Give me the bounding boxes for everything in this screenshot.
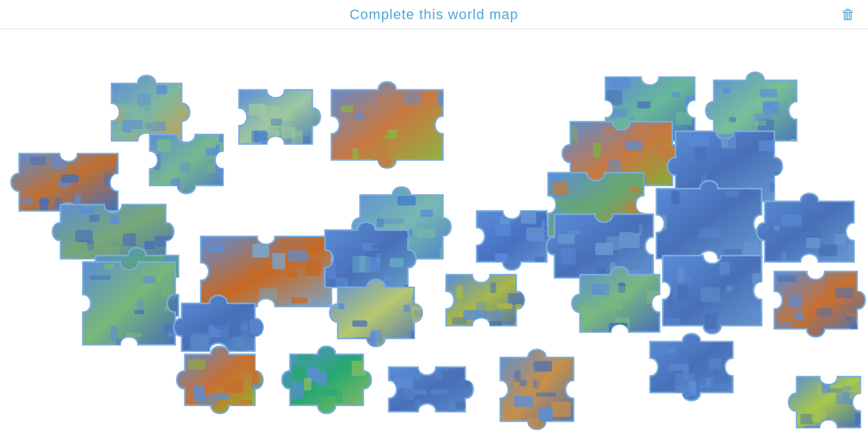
puzzle-piece-30[interactable] [765,263,866,338]
svg-rect-27 [353,108,372,113]
svg-rect-307 [774,225,779,230]
puzzle-piece-18[interactable] [380,358,474,421]
svg-rect-240 [790,139,802,150]
svg-rect-326 [614,286,634,301]
svg-rect-70 [110,215,119,224]
svg-rect-200 [336,391,342,403]
svg-rect-354 [776,321,795,327]
svg-rect-114 [389,258,403,268]
svg-rect-351 [794,312,804,320]
svg-rect-195 [346,355,356,361]
svg-rect-45 [157,140,171,152]
svg-rect-186 [252,370,258,384]
svg-rect-365 [665,348,676,354]
svg-rect-107 [291,298,308,303]
svg-rect-244 [723,87,730,94]
svg-rect-182 [188,359,206,370]
svg-rect-355 [835,288,853,298]
svg-rect-306 [782,215,802,227]
svg-rect-1 [117,133,131,137]
svg-rect-271 [688,135,709,146]
svg-rect-106 [287,271,299,277]
puzzle-piece-17[interactable] [281,345,372,414]
svg-rect-113 [376,253,381,262]
svg-rect-245 [760,89,778,97]
svg-rect-142 [143,276,156,283]
svg-rect-224 [506,421,519,430]
svg-rect-308 [849,226,862,231]
svg-rect-99 [210,246,223,252]
svg-rect-194 [293,365,308,380]
svg-rect-191 [194,385,205,401]
svg-rect-260 [572,125,578,141]
puzzle-piece-29[interactable] [654,247,770,335]
svg-rect-35 [379,98,389,103]
puzzle-piece-32[interactable] [788,368,868,437]
svg-rect-66 [74,242,87,253]
svg-rect-211 [431,389,449,394]
svg-rect-226 [539,407,553,421]
svg-rect-303 [819,245,837,256]
svg-rect-258 [593,143,601,158]
svg-rect-285 [630,187,639,192]
svg-rect-170 [497,303,512,309]
header: Complete this world map 🗑 [0,0,868,29]
svg-rect-299 [670,194,680,202]
svg-rect-119 [372,244,381,249]
trash-icon[interactable]: 🗑 [841,6,855,23]
svg-rect-209 [442,370,457,386]
svg-rect-33 [438,92,452,106]
puzzle-piece-19[interactable] [491,349,582,430]
svg-rect-175 [490,282,496,293]
svg-rect-316 [561,249,576,265]
svg-rect-216 [551,401,571,417]
svg-rect-54 [20,198,33,205]
page-title: Complete this world map [349,6,518,23]
puzzle-piece-16[interactable] [176,345,264,414]
svg-rect-197 [292,382,303,399]
svg-rect-366 [714,367,730,384]
svg-rect-349 [817,308,832,317]
svg-rect-264 [695,147,705,161]
svg-rect-283 [553,182,568,194]
puzzle-piece-14[interactable] [329,278,423,347]
puzzle-piece-4[interactable] [141,126,232,194]
svg-rect-293 [726,191,739,197]
svg-rect-250 [763,101,779,114]
svg-rect-193 [342,362,351,372]
svg-rect-30 [352,148,359,161]
svg-rect-311 [806,238,820,248]
svg-rect-222 [533,361,552,372]
svg-rect-17 [271,119,282,126]
puzzle-piece-26[interactable] [756,192,863,271]
svg-rect-274 [770,183,781,192]
puzzle-piece-31[interactable] [641,333,742,401]
svg-rect-143 [116,340,130,349]
svg-rect-74 [398,196,416,206]
svg-rect-290 [699,229,720,238]
svg-rect-28 [379,125,388,136]
svg-rect-158 [352,321,367,327]
puzzle-piece-2[interactable] [230,81,321,153]
svg-rect-210 [397,370,414,375]
svg-rect-92 [530,218,536,225]
svg-rect-192 [297,354,313,361]
svg-rect-7 [143,110,155,123]
svg-rect-219 [537,379,549,388]
svg-rect-102 [272,253,286,270]
svg-rect-345 [700,287,720,302]
svg-rect-213 [449,401,456,412]
puzzle-piece-3[interactable] [322,81,452,169]
svg-rect-203 [304,378,312,391]
svg-rect-368 [683,366,688,380]
svg-rect-3 [138,94,151,106]
svg-rect-217 [536,393,556,397]
svg-rect-37 [180,163,190,173]
svg-rect-87 [535,257,545,271]
puzzle-piece-15[interactable] [437,266,525,335]
puzzle-piece-12[interactable] [74,253,184,354]
svg-rect-234 [649,103,655,113]
svg-rect-301 [781,252,787,261]
svg-rect-346 [681,277,692,281]
svg-rect-100 [282,238,289,250]
